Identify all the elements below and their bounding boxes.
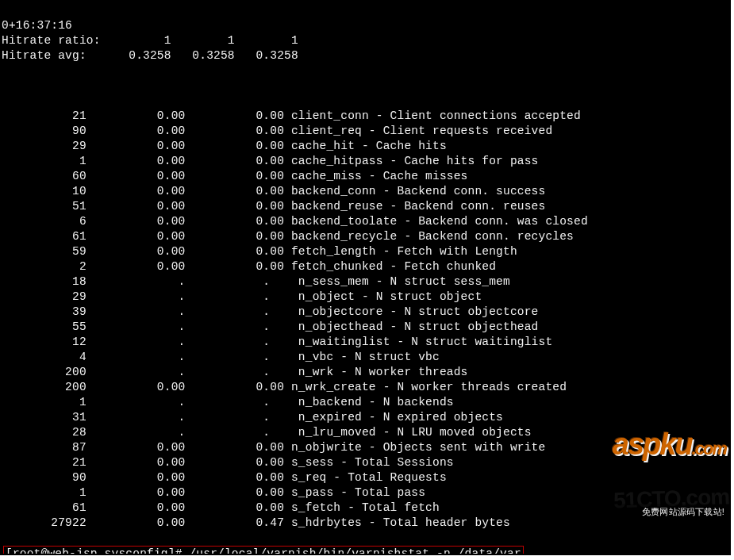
prompt-command[interactable]: /usr/local/varnish/bin/varnishstat -n /d… (183, 547, 521, 555)
stat-row: 1 . . n_backend - N backends (2, 395, 729, 410)
stat-row: 87 0.00 0.00 n_objwrite - Objects sent w… (2, 440, 729, 455)
stat-row: 55 . . n_objecthead - N struct objecthea… (2, 320, 729, 335)
terminal-header: 0+16:37:16Hitrate ratio: 1 1 1Hitrate av… (2, 17, 729, 63)
uptime-line: 0+16:37:16 (2, 18, 729, 33)
stat-row: 29 . . n_object - N struct object (2, 290, 729, 305)
prompt-user-host: [root@web-jsp sysconfig]# (6, 547, 183, 555)
stat-row: 31 . . n_expired - N expired objects (2, 410, 729, 425)
stat-row: 90 0.00 0.00 client_req - Client request… (2, 124, 729, 139)
stat-row: 18 . . n_sess_mem - N struct sess_mem (2, 274, 729, 290)
stat-row: 29 0.00 0.00 cache_hit - Cache hits (2, 139, 729, 154)
stat-row: 28 . . n_lru_moved - N LRU moved objects (2, 425, 729, 440)
stat-row: 21 0.00 0.00 s_sess - Total Sessions (2, 455, 729, 470)
stat-row: 61 0.00 0.00 backend_recycle - Backend c… (2, 229, 729, 244)
hitrate-avg-line: Hitrate avg: 0.3258 0.3258 0.3258 (2, 48, 729, 63)
stat-row: 1 0.00 0.00 cache_hitpass - Cache hits f… (2, 154, 729, 169)
blank-line (2, 79, 729, 94)
stat-row: 90 0.00 0.00 s_req - Total Requests (2, 470, 729, 485)
hitrate-ratio-line: Hitrate ratio: 1 1 1 (2, 33, 729, 48)
stat-row: 12 . . n_waitinglist - N struct waitingl… (2, 335, 729, 350)
stat-row: 200 . . n_wrk - N worker threads (2, 365, 729, 380)
terminal-window[interactable]: 0+16:37:16Hitrate ratio: 1 1 1Hitrate av… (0, 0, 731, 555)
faded-watermark: 51CTO.com (613, 489, 730, 508)
stat-row: 59 0.00 0.00 fetch_length - Fetch with L… (2, 244, 729, 259)
stat-row: 27922 0.00 0.47 s_hdrbytes - Total heade… (2, 516, 729, 531)
stat-row: 10 0.00 0.00 backend_conn - Backend conn… (2, 184, 729, 199)
stat-row: 60 0.00 0.00 cache_miss - Cache misses (2, 169, 729, 184)
stat-row: 2 0.00 0.00 fetch_chunked - Fetch chunke… (2, 259, 729, 274)
stat-row: 6 0.00 0.00 backend_toolate - Backend co… (2, 214, 729, 229)
stat-row: 39 . . n_objectcore - N struct objectcor… (2, 305, 729, 320)
stat-row: 4 . . n_vbc - N struct vbc (2, 350, 729, 365)
command-prompt-box: [root@web-jsp sysconfig]# /usr/local/var… (3, 546, 524, 555)
stats-list: 21 0.00 0.00 client_conn - Client connec… (2, 109, 729, 531)
stat-row: 51 0.00 0.00 backend_reuse - Backend con… (2, 199, 729, 214)
stat-row: 21 0.00 0.00 client_conn - Client connec… (2, 109, 729, 124)
stat-row: 200 0.00 0.00 n_wrk_create - N worker th… (2, 380, 729, 395)
